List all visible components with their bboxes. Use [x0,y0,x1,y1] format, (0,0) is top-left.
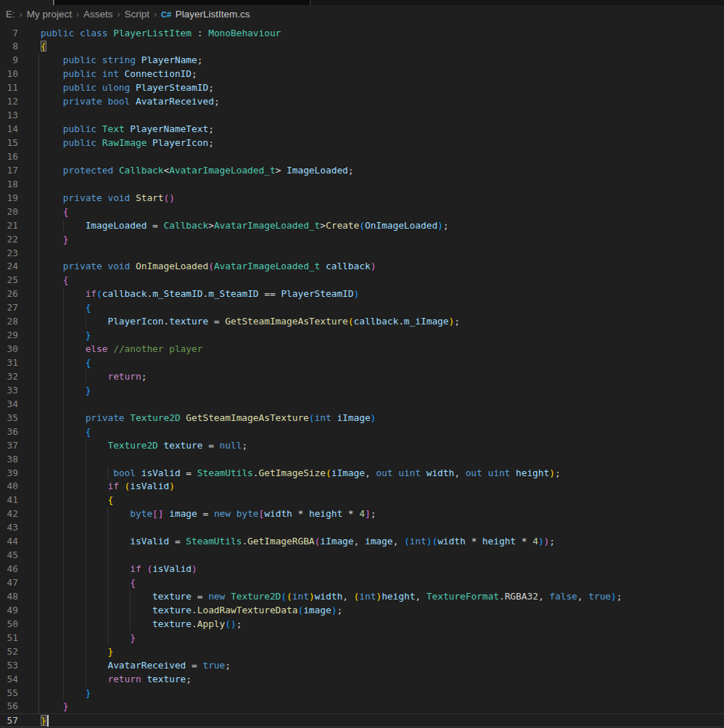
line-number[interactable]: 13 [0,109,18,123]
code-line[interactable]: 18 [0,178,724,192]
breadcrumb-item-script[interactable]: Script [125,9,150,20]
code-line[interactable]: 47 { [0,576,724,590]
line-number[interactable]: 20 [0,205,18,219]
code-line[interactable]: 22 } [0,233,724,247]
code-line[interactable]: 30 else //another player [0,343,724,356]
line-number[interactable]: 49 [0,604,18,618]
code-line[interactable]: 36 { [0,425,724,439]
line-number[interactable]: 32 [0,370,18,384]
code-line[interactable]: 57} [0,713,724,727]
line-number[interactable]: 19 [0,192,18,205]
code-line[interactable]: 37 Texture2D texture = null; [0,439,724,453]
code-line[interactable]: 15 public RawImage PlayerIcon; [0,136,724,150]
code-line[interactable]: 19 private void Start() [0,192,724,205]
code-line[interactable]: 46 if (isValid) [0,563,724,576]
code-line[interactable]: 41 { [0,494,724,507]
code-line[interactable]: 14 public Text PlayerNameText; [0,123,724,136]
code-line[interactable]: 35 private Texture2D GetSteamImageAsText… [0,412,724,425]
code-line[interactable]: 7public class PlayerListItem : MonoBehav… [0,27,724,41]
line-number[interactable]: 56 [0,700,18,713]
line-number[interactable]: 30 [0,343,18,356]
breadcrumb-item-drive[interactable]: E: [6,9,15,20]
code-line[interactable]: 12 private bool AvatarReceived; [0,95,724,109]
line-number[interactable]: 21 [0,219,18,233]
code-line[interactable]: 31 { [0,356,724,370]
code-line[interactable]: 17 protected Callback<AvatarImageLoaded_… [0,164,724,178]
line-number[interactable]: 51 [0,631,18,645]
line-number[interactable]: 24 [0,260,18,274]
code-line[interactable]: 32 return; [0,370,724,384]
code-line[interactable]: 10 public int ConnectionID; [0,68,724,81]
code-line[interactable]: 43 [0,521,724,535]
line-number[interactable]: 16 [0,150,18,164]
code-line[interactable]: 33 } [0,384,724,398]
line-number[interactable]: 12 [0,95,18,109]
line-number[interactable]: 9 [0,54,18,68]
line-number[interactable]: 45 [0,549,18,563]
code-line[interactable]: 34 [0,398,724,412]
code-area[interactable]: 67public class PlayerListItem : MonoBeha… [0,13,724,728]
code-line[interactable]: 52 } [0,645,724,659]
code-line[interactable]: 29 } [0,329,724,343]
line-number[interactable]: 14 [0,123,18,136]
code-line[interactable]: 56 } [0,700,724,713]
line-number[interactable]: 36 [0,425,18,439]
line-number[interactable]: 17 [0,164,18,178]
code-line[interactable]: 24 private void OnImageLoaded(AvatarImag… [0,260,724,274]
line-number[interactable]: 52 [0,645,18,659]
code-editor[interactable]: 67public class PlayerListItem : MonoBeha… [0,0,724,728]
line-number[interactable]: 46 [0,563,18,576]
line-number[interactable]: 40 [0,480,18,494]
line-number[interactable]: 11 [0,81,18,95]
code-line[interactable]: 54 return texture; [0,673,724,687]
line-number[interactable]: 23 [0,247,18,261]
line-number[interactable]: 42 [0,507,18,521]
code-line[interactable]: 55 } [0,687,724,700]
line-number[interactable]: 44 [0,535,18,549]
line-number[interactable]: 29 [0,329,18,343]
line-number[interactable]: 10 [0,68,18,81]
line-number[interactable]: 25 [0,274,18,287]
line-number[interactable]: 38 [0,453,18,467]
code-line[interactable]: 23 [0,247,724,261]
line-number[interactable]: 34 [0,398,18,412]
code-line[interactable]: 13 [0,109,724,123]
code-line[interactable]: 42 byte[] image = new byte[width * heigh… [0,507,724,521]
line-number[interactable]: 55 [0,687,18,700]
line-number[interactable]: 53 [0,659,18,673]
line-number[interactable]: 48 [0,590,18,604]
code-line[interactable]: 51 } [0,631,724,645]
line-number[interactable]: 43 [0,521,18,535]
code-line[interactable]: 9 public string PlayerName; [0,54,724,68]
line-number[interactable]: 41 [0,494,18,507]
code-line[interactable]: 38 [0,453,724,467]
line-number[interactable]: 35 [0,412,18,425]
code-line[interactable]: 21 ImageLoaded = Callback>AvatarImageLoa… [0,219,724,233]
line-number[interactable]: 27 [0,301,18,315]
code-line[interactable]: 11 public ulong PlayerSteamID; [0,81,724,95]
breadcrumb-item-assets[interactable]: Assets [83,9,113,20]
line-number[interactable]: 8 [0,40,18,54]
code-line[interactable]: 45 [0,549,724,563]
code-line[interactable]: 8{ [0,40,724,54]
line-number[interactable]: 37 [0,439,18,453]
line-number[interactable]: 22 [0,233,18,247]
line-number[interactable]: 57 [0,714,18,728]
line-number[interactable]: 28 [0,315,18,329]
breadcrumb-file[interactable]: PlayerListItem.cs [176,9,250,20]
code-line[interactable]: 40 if (isValid) [0,480,724,494]
line-number[interactable]: 26 [0,287,18,301]
code-line[interactable]: 16 [0,150,724,164]
line-number[interactable]: 47 [0,576,18,590]
code-line[interactable]: 20 { [0,205,724,219]
line-number[interactable]: 31 [0,356,18,370]
code-line[interactable]: 39 bool isValid = SteamUtils.GetImageSiz… [0,467,724,480]
code-line[interactable]: 48 texture = new Texture2D((int)width, (… [0,590,724,604]
line-number[interactable]: 18 [0,178,18,192]
code-line[interactable]: 44 isValid = SteamUtils.GetImageRGBA(iIm… [0,535,724,549]
code-line[interactable]: 53 AvatarReceived = true; [0,659,724,673]
line-number[interactable]: 50 [0,618,18,631]
line-number[interactable]: 7 [0,27,18,41]
line-number[interactable]: 39 [0,467,18,480]
line-number[interactable]: 33 [0,384,18,398]
